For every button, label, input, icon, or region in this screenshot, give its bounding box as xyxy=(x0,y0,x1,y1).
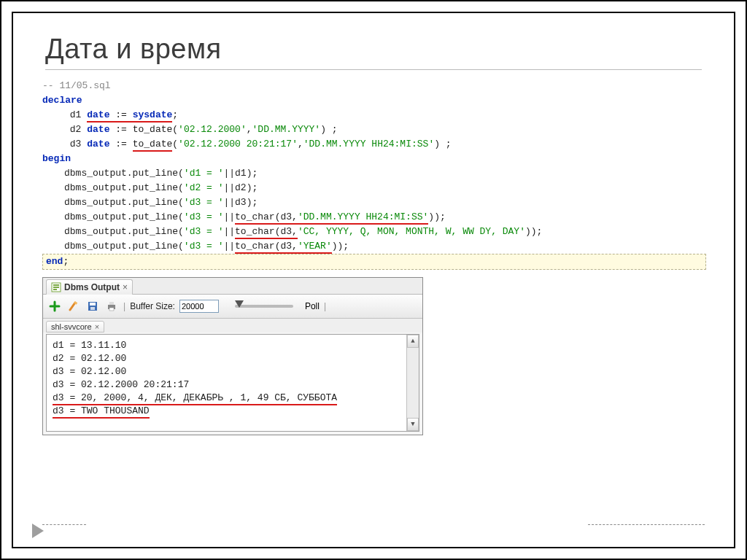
connection-tab[interactable]: shl-svvcore × xyxy=(46,321,104,332)
output-line: d3 = 20, 2000, 4, ДЕК, ДЕКАБРЬ , 1, 49 С… xyxy=(53,392,413,405)
slider-thumb-icon xyxy=(235,300,244,308)
footer-placeholder-right xyxy=(588,524,705,525)
save-icon[interactable] xyxy=(85,299,100,314)
code-block: -- 11/05.sql declare d1 date := sysdate;… xyxy=(42,79,705,270)
svg-rect-1 xyxy=(53,284,59,286)
close-icon[interactable]: × xyxy=(95,322,99,331)
dbms-toolbar: | Buffer Size: Poll | xyxy=(43,295,422,319)
output-line: d1 = 13.11.10 xyxy=(53,339,413,352)
dbms-output-tab[interactable]: Dbms Output × xyxy=(46,279,133,295)
var-d2: d2 xyxy=(70,124,82,135)
connection-tabs: shl-svvcore × xyxy=(43,319,422,332)
output-line: d2 = 02.12.00 xyxy=(53,352,413,365)
output-line: d3 = 02.12.2000 20:21:17 xyxy=(53,378,413,392)
poll-label: Poll xyxy=(305,301,320,311)
output-line: d3 = 02.12.00 xyxy=(53,365,413,378)
clear-icon[interactable] xyxy=(66,299,81,314)
output-line: d3 = TWO THOUSAND xyxy=(53,405,413,418)
svg-rect-6 xyxy=(90,303,96,306)
panel-titlebar: Dbms Output × xyxy=(43,278,422,295)
svg-rect-7 xyxy=(90,307,95,310)
sep: | xyxy=(324,301,326,311)
svg-rect-10 xyxy=(109,308,114,311)
print-icon[interactable] xyxy=(104,299,119,314)
scroll-up-icon[interactable]: ▲ xyxy=(407,335,419,348)
var-d1: d1 xyxy=(70,109,82,120)
kw-declare: declare xyxy=(42,95,82,106)
svg-rect-3 xyxy=(53,289,57,290)
footer-placeholder-left xyxy=(42,524,86,525)
sep: | xyxy=(123,301,125,311)
kw-begin: begin xyxy=(42,153,71,164)
buffer-size-label: Buffer Size: xyxy=(130,301,175,311)
svg-rect-9 xyxy=(109,302,114,305)
close-icon[interactable]: × xyxy=(123,282,128,292)
dbms-tab-label: Dbms Output xyxy=(64,282,120,292)
slide-arrow-icon xyxy=(32,524,44,538)
dbms-output-panel: Dbms Output × | Buffer Size: xyxy=(42,277,423,435)
add-icon[interactable] xyxy=(47,299,62,314)
scroll-down-icon[interactable]: ▼ xyxy=(407,418,419,431)
dbms-output-text: d1 = 13.11.10 d2 = 02.12.00 d3 = 02.12.0… xyxy=(46,334,419,432)
buffer-size-input[interactable] xyxy=(179,300,219,313)
slide-title: Дата и время xyxy=(45,34,734,65)
code-comment: -- 11/05.sql xyxy=(42,80,111,91)
highlighted-end-line: end; xyxy=(42,254,706,270)
svg-rect-2 xyxy=(53,287,59,288)
poll-slider[interactable] xyxy=(235,305,293,308)
title-divider xyxy=(45,69,702,70)
script-icon xyxy=(51,282,61,292)
var-d3: d3 xyxy=(70,139,82,149)
scrollbar[interactable]: ▲ ▼ xyxy=(406,335,419,431)
